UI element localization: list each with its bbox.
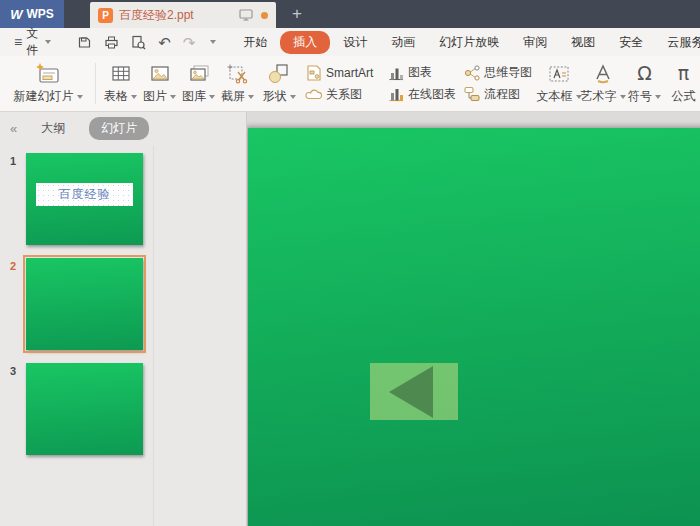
chevron-down-icon bbox=[45, 40, 51, 44]
tab-design[interactable]: 设计 bbox=[332, 31, 378, 54]
flowchart-button[interactable]: 流程图 bbox=[463, 85, 533, 103]
table-label: 表格 bbox=[104, 88, 137, 105]
smartart-button[interactable]: SmartArt bbox=[305, 64, 387, 82]
menu-tabs: 开始 插入 设计 动画 幻灯片放映 审阅 视图 安全 云服务 bbox=[232, 31, 700, 54]
tab-home[interactable]: 开始 bbox=[232, 31, 278, 54]
relation-diagram-icon bbox=[305, 85, 323, 103]
symbol-button[interactable]: Ω 符号 bbox=[625, 56, 664, 111]
wordart-label: 艺术字 bbox=[581, 88, 626, 105]
undo-button[interactable]: ↶ bbox=[152, 35, 177, 50]
tab-slides[interactable]: 幻灯片 bbox=[89, 117, 149, 140]
new-tab-button[interactable]: + bbox=[280, 0, 314, 28]
save-button[interactable] bbox=[71, 35, 98, 50]
slide-2-thumbnail[interactable] bbox=[26, 258, 143, 350]
wps-presentation-window: W WPS P 百度经验2.ppt + ≡ 文件 ↶ ↷ bbox=[0, 0, 700, 526]
relation-diagram-button[interactable]: 关系图 bbox=[305, 85, 387, 103]
slide-3-thumbnail[interactable] bbox=[26, 363, 143, 455]
current-slide[interactable] bbox=[248, 128, 700, 526]
screenshot-button[interactable]: 截屏 bbox=[218, 56, 257, 111]
document-title: 百度经验2.ppt bbox=[119, 7, 233, 24]
tab-slideshow[interactable]: 幻灯片放映 bbox=[428, 31, 510, 54]
print-preview-button[interactable] bbox=[125, 35, 152, 50]
tab-animation[interactable]: 动画 bbox=[380, 31, 426, 54]
wps-menu-button[interactable]: W WPS bbox=[0, 0, 64, 28]
slide-thumb-row-3: 3 bbox=[0, 363, 246, 455]
redo-button[interactable]: ↷ bbox=[177, 35, 202, 50]
omega-symbol-icon: Ω bbox=[637, 61, 652, 86]
wps-app-name: WPS bbox=[26, 7, 53, 21]
content-area: « 大纲 幻灯片 1 百度经验 2 3 bbox=[0, 112, 700, 526]
tab-security[interactable]: 安全 bbox=[608, 31, 654, 54]
picture-label: 图片 bbox=[143, 88, 176, 105]
slide1-title-textbox: 百度经验 bbox=[36, 183, 133, 206]
online-chart-icon bbox=[387, 85, 405, 103]
online-chart-label: 在线图表 bbox=[408, 86, 456, 103]
chevron-down-icon bbox=[209, 95, 215, 99]
insert-ribbon: 新建幻灯片 表格 图片 图库 截屏 bbox=[0, 56, 700, 112]
textbox-icon bbox=[547, 61, 571, 86]
pi-formula-icon: π bbox=[678, 61, 689, 86]
ppt-file-icon: P bbox=[98, 8, 113, 23]
slide-number: 3 bbox=[0, 363, 26, 455]
document-tab[interactable]: P 百度经验2.ppt bbox=[90, 2, 276, 28]
wordart-button[interactable]: 艺术字 bbox=[581, 56, 625, 111]
chart-icon bbox=[387, 64, 405, 82]
screenshot-scissors-icon bbox=[227, 61, 249, 86]
chevron-down-icon bbox=[290, 95, 296, 99]
chevron-down-icon bbox=[170, 95, 176, 99]
slide-thumb-row-1: 1 百度经验 bbox=[0, 153, 246, 245]
formula-button[interactable]: π 公式 bbox=[664, 56, 700, 111]
new-slide-icon bbox=[35, 61, 61, 86]
mindmap-label: 思维导图 bbox=[484, 64, 532, 81]
tab-outline[interactable]: 大纲 bbox=[31, 118, 75, 139]
file-menu-label: 文件 bbox=[26, 25, 38, 59]
wps-logo-icon: W bbox=[10, 7, 21, 22]
chevron-down-icon bbox=[131, 95, 137, 99]
chevron-down-icon bbox=[655, 95, 661, 99]
slide-canvas bbox=[247, 112, 700, 526]
picture-button[interactable]: 图片 bbox=[140, 56, 179, 111]
menubar: ≡ 文件 ↶ ↷ 开始 插入 设计 动画 幻灯片放映 审阅 视图 安全 云服务 bbox=[0, 28, 700, 56]
tab-review[interactable]: 审阅 bbox=[512, 31, 558, 54]
back-action-button[interactable] bbox=[370, 363, 458, 420]
gallery-icon bbox=[188, 61, 210, 86]
tab-insert[interactable]: 插入 bbox=[280, 31, 330, 54]
screenshot-label: 截屏 bbox=[221, 88, 254, 105]
hamburger-icon: ≡ bbox=[14, 34, 22, 50]
wordart-icon bbox=[591, 61, 615, 86]
picture-icon bbox=[149, 61, 171, 86]
slide-1-thumbnail[interactable]: 百度经验 bbox=[26, 153, 143, 245]
toolbar-options-dropdown[interactable] bbox=[201, 40, 222, 44]
mindmap-button[interactable]: 思维导图 bbox=[463, 64, 533, 82]
slide-number: 1 bbox=[0, 153, 26, 245]
online-chart-button[interactable]: 在线图表 bbox=[387, 85, 463, 103]
tab-cloud[interactable]: 云服务 bbox=[656, 31, 700, 54]
relation-diagram-label: 关系图 bbox=[326, 86, 362, 103]
chart-button[interactable]: 图表 bbox=[387, 64, 463, 82]
presentation-mode-icon[interactable] bbox=[239, 9, 253, 21]
shapes-button[interactable]: 形状 bbox=[257, 56, 301, 111]
smartart-icon bbox=[305, 64, 323, 82]
slide-thumb-row-2: 2 bbox=[0, 258, 246, 350]
shapes-label: 形状 bbox=[263, 88, 296, 105]
table-button[interactable]: 表格 bbox=[101, 56, 140, 111]
textbox-label: 文本框 bbox=[537, 88, 582, 105]
slide-number: 2 bbox=[0, 258, 26, 350]
collapse-panel-button[interactable]: « bbox=[10, 121, 17, 136]
print-button[interactable] bbox=[98, 35, 125, 50]
unsaved-indicator-dot bbox=[261, 12, 268, 19]
divider bbox=[95, 63, 96, 104]
chevron-down-icon bbox=[77, 95, 83, 99]
panel-tabs: « 大纲 幻灯片 bbox=[0, 112, 246, 145]
new-slide-button[interactable]: 新建幻灯片 bbox=[6, 56, 90, 111]
slide-thumbnail-list: 1 百度经验 2 3 bbox=[0, 145, 246, 455]
formula-label: 公式 bbox=[672, 88, 696, 105]
shapes-icon bbox=[267, 61, 291, 86]
gallery-button[interactable]: 图库 bbox=[179, 56, 218, 111]
tab-view[interactable]: 视图 bbox=[560, 31, 606, 54]
textbox-button[interactable]: 文本框 bbox=[537, 56, 581, 111]
slide-panel: « 大纲 幻灯片 1 百度经验 2 3 bbox=[0, 112, 247, 526]
table-icon bbox=[110, 61, 132, 86]
file-menu[interactable]: ≡ 文件 bbox=[8, 25, 57, 59]
chart-label: 图表 bbox=[408, 64, 432, 81]
